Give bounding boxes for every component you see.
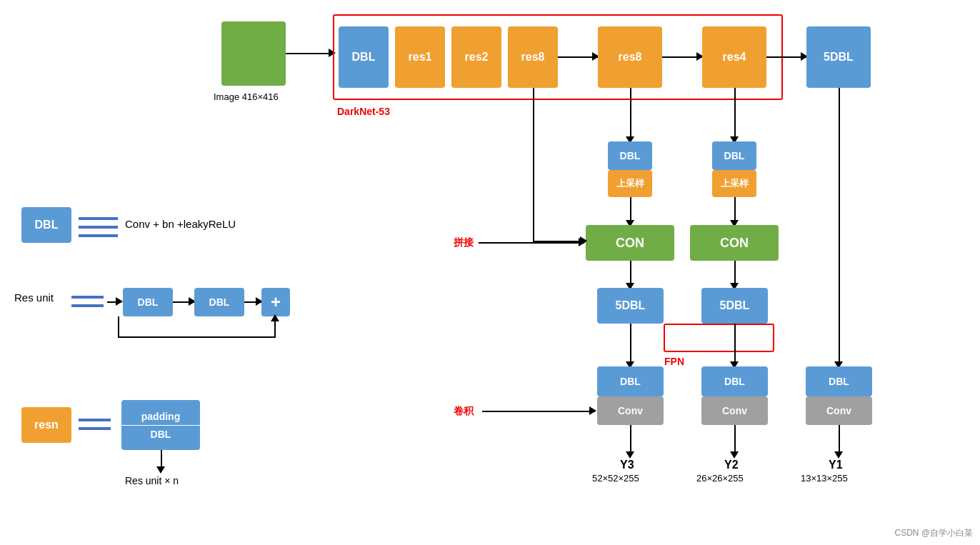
res2-box: res2 <box>451 26 501 88</box>
resn-expanded-box: padding DBL <box>121 400 200 450</box>
res4-box: res4 <box>702 26 766 88</box>
y2-size: 26×26×255 <box>696 473 744 484</box>
image-label: Image 416×416 <box>214 91 279 102</box>
con2-box: CON <box>690 225 779 261</box>
arrowhead-juanji <box>589 406 596 415</box>
dbl-up2-box: DBL <box>712 141 756 170</box>
res-dbl2-box: DBL <box>194 288 244 316</box>
res8a-box: res8 <box>508 26 558 88</box>
conv-out2-box: Conv <box>701 396 768 425</box>
dbl-out3-box: DBL <box>806 366 872 396</box>
resn-lines-icon <box>79 416 114 433</box>
arrow-5dblright-out2 <box>734 324 736 366</box>
resn-legend-box: resn <box>21 407 71 443</box>
skip-down <box>118 316 119 338</box>
y3-size: 52×52×255 <box>592 473 639 484</box>
arrowhead-out3-y1 <box>834 451 843 459</box>
arrowhead-out2-y2 <box>730 451 739 459</box>
arrowhead-resn-down <box>156 466 165 474</box>
y1-label: Y1 <box>829 459 843 471</box>
res1-box: res1 <box>395 26 445 88</box>
y1-size: 13×13×255 <box>801 473 848 484</box>
res8b-box: res8 <box>598 26 662 88</box>
resn-desc3: Res unit × n <box>125 475 179 486</box>
con1-box: CON <box>586 225 674 261</box>
arrowhead-skip-up <box>271 314 279 321</box>
watermark: CSDN @自学小白菜 <box>894 527 973 539</box>
image-box <box>221 21 286 86</box>
pinjie-label: 拼接 <box>454 236 474 249</box>
arrowhead-resunit-in <box>116 297 123 306</box>
upsample2-box: 上采样 <box>712 170 756 197</box>
arrowhead-res8a-con1 <box>580 236 587 245</box>
5dbl-top-box: 5DBL <box>806 26 871 88</box>
res-dbl1-box: DBL <box>123 288 173 316</box>
dbl-legend-box: DBL <box>21 207 71 243</box>
5dbl-mid-box: 5DBL <box>597 288 664 324</box>
arrowhead-out1-y3 <box>626 451 634 459</box>
5dbl-right-box: 5DBL <box>701 288 768 324</box>
arrow-juanji <box>482 411 595 412</box>
y3-label: Y3 <box>620 459 634 471</box>
conv-out1-box: Conv <box>597 396 664 425</box>
arrow-pinjie <box>479 242 584 244</box>
plus-box: + <box>261 288 290 316</box>
upsample1-box: 上采样 <box>608 170 652 197</box>
arrow-res4-down <box>734 88 736 141</box>
arrow-5dbltop-down <box>839 88 840 366</box>
diagram: Image 416×416 DarkNet-53 DBL res1 res2 r… <box>0 0 980 545</box>
skip-h <box>118 336 276 338</box>
resn-dbl-label: DBL <box>151 426 171 440</box>
y2-label: Y2 <box>724 459 739 471</box>
conv-out3-box: Conv <box>806 396 872 425</box>
dbl-lines-icon <box>79 213 121 237</box>
dbl-out2-box: DBL <box>701 366 768 396</box>
arrow-res8a-to-con1 <box>533 241 586 242</box>
dbl-main-box: DBL <box>339 26 389 88</box>
dbl-out1-box: DBL <box>597 366 664 396</box>
juanji-label: 卷积 <box>454 405 474 418</box>
arrow-5dblmid-out1 <box>630 324 631 366</box>
resn-padding-label: padding <box>121 411 200 426</box>
fpn-label: FPN <box>664 356 684 367</box>
fpn-border <box>664 324 774 352</box>
res-unit-lines-icon <box>71 291 107 313</box>
darknet53-label: DarkNet-53 <box>337 106 390 117</box>
dbl-up1-box: DBL <box>608 141 652 170</box>
res-unit-label: Res unit <box>14 291 54 304</box>
arrow-img-dbl <box>286 53 334 54</box>
arrow-res8a-down <box>533 88 534 241</box>
dbl-desc: Conv + bn +leakyReLU <box>125 218 236 230</box>
arrow-res8b-down <box>630 88 631 141</box>
